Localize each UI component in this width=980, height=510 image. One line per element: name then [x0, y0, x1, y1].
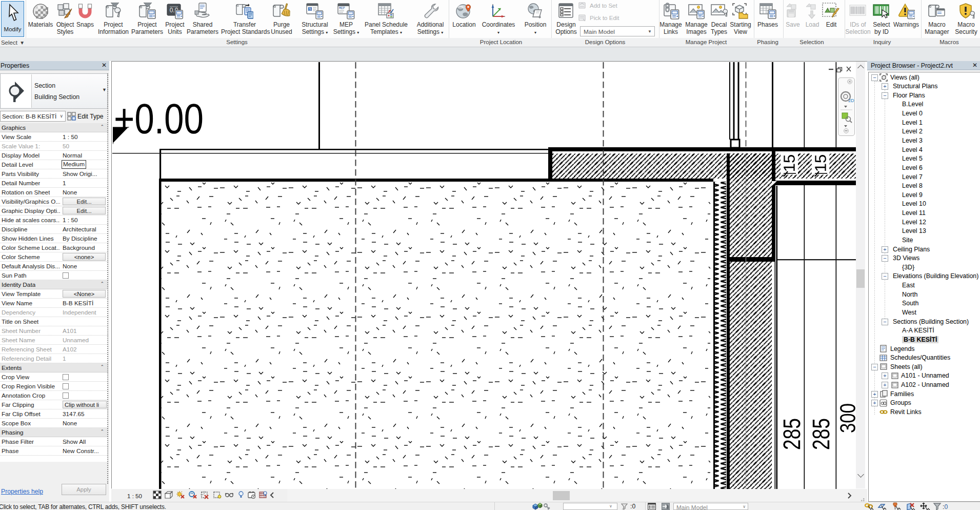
svg-text:MEP: MEP [339, 7, 345, 10]
svg-text:2D: 2D [848, 98, 854, 103]
svg-text:5: 5 [309, 7, 311, 11]
svg-text::0: :0 [943, 503, 948, 510]
